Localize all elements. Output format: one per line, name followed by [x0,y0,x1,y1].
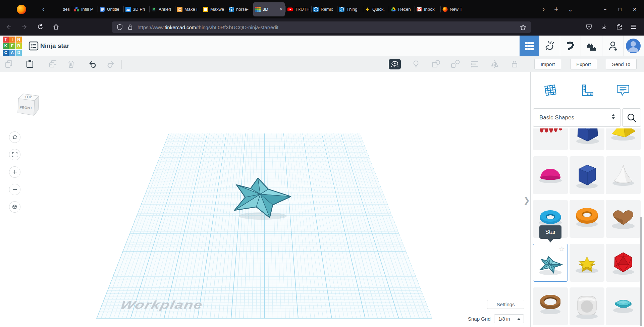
pocket-icon[interactable] [584,22,594,32]
threed-blue-favicon-icon: 3D [125,7,131,12]
perspective-toggle-button[interactable] [9,201,20,213]
browser-tab[interactable]: TThing [337,2,363,16]
forward-button[interactable] [20,22,30,32]
group-icon[interactable] [431,59,441,69]
send-to-button[interactable]: Send To [606,59,637,69]
new-tab-button[interactable]: + [549,5,563,14]
shape-tile-ring[interactable] [533,287,568,325]
favorite-star-icon[interactable]: ☆ [559,245,565,253]
browser-tab[interactable]: MAnkerl [149,2,175,16]
show-all-button[interactable] [388,59,401,71]
fit-view-button[interactable] [9,149,20,160]
bricks-button[interactable] [581,36,602,56]
sim-lab-button[interactable] [540,36,560,56]
shape-tile-roof[interactable] [606,128,641,150]
light-mode-icon[interactable] [411,59,421,69]
workplane-label: Workplane [118,298,204,312]
notes-tool-icon[interactable] [615,82,632,99]
firefox-logo-icon[interactable] [17,5,26,14]
shape-tile-star[interactable]: ☆ [533,244,568,282]
scroll-tabs-left-button[interactable]: ‹ [38,6,49,13]
blocks-button[interactable] [560,36,581,56]
browser-tab[interactable]: 3D✕ [253,2,285,16]
shape-tile-polygon[interactable] [570,156,604,194]
browser-tab[interactable]: Quick, [363,2,389,16]
delete-icon[interactable] [66,59,76,69]
browser-tab[interactable]: des [53,2,72,16]
browser-tab[interactable]: Inbox [415,2,440,16]
panel-collapse-arrow[interactable]: ❯ [523,196,530,205]
redo-icon[interactable] [106,59,115,69]
view-cube[interactable]: TOP FRONT [14,88,42,118]
reload-button[interactable] [36,22,45,32]
panel-scrollbar[interactable] [640,217,642,326]
paste-icon[interactable] [25,59,35,69]
home-view-button[interactable] [9,131,20,143]
workplane-tool-icon[interactable] [542,82,559,99]
browser-tab[interactable]: Infill P [72,2,98,16]
svg-text:3D: 3D [126,8,130,11]
zoom-out-button[interactable] [9,184,20,195]
avatar[interactable] [625,36,642,56]
zoom-in-button[interactable] [9,166,20,178]
tracking-shield-icon[interactable] [117,24,123,30]
shape-tile-star-extruded[interactable] [570,244,604,282]
browser-tab[interactable]: Thorse- [227,2,253,16]
window-maximize-button[interactable]: □ [612,6,627,12]
browser-tab[interactable]: Make i [175,2,201,16]
window-minimize-button[interactable]: − [598,6,612,12]
home-button[interactable] [51,22,61,32]
window-close-button[interactable]: ✕ [627,6,642,12]
import-button[interactable]: Import [534,59,561,69]
tinkercad-logo[interactable]: TINKERCAD [3,37,22,56]
back-button[interactable] [4,22,13,32]
shape-category-select[interactable]: Basic Shapes [533,108,621,127]
view-3d-button[interactable] [520,36,539,56]
shape-tile-scribble[interactable] [533,128,568,150]
mirror-icon[interactable] [490,59,499,69]
browser-tab[interactable]: New T [440,2,466,16]
browser-tab[interactable]: TRUTH [285,2,311,16]
lock-icon[interactable] [127,24,133,30]
duplicate-icon[interactable] [48,59,58,69]
shape-tile-box[interactable] [570,128,604,150]
browser-tab[interactable]: Recen [389,2,415,16]
design-title[interactable]: Ninja star [40,36,69,56]
url-bar[interactable]: https://www.tinkercad.com/things/hL0RfXb… [112,21,531,33]
collaborate-button[interactable] [603,36,623,56]
bookmark-star-icon[interactable] [520,24,526,31]
shape-tile-icosahedron[interactable] [606,244,641,282]
shape-tile-tube[interactable] [570,200,604,238]
extensions-icon[interactable] [614,22,624,32]
shape-tile-dice[interactable] [570,287,604,325]
ruler-tool-icon[interactable] [578,82,595,99]
shapes-grid: ☆Star [531,128,644,327]
workplane-grid[interactable]: Workplane [96,135,432,319]
search-shapes-button[interactable] [622,108,641,127]
ungroup-icon[interactable] [451,59,460,69]
scroll-tabs-right-button[interactable]: › [538,6,549,13]
tab-title: Infill P [81,7,93,12]
downloads-icon[interactable] [599,22,609,32]
browser-tab[interactable]: 3D3D Pri [123,2,149,16]
tab-close-icon[interactable]: ✕ [278,7,283,12]
align-icon[interactable] [470,59,480,69]
shape-tile-gem[interactable] [606,287,641,325]
copy-icon[interactable] [4,59,14,69]
shape-tile-heart[interactable] [606,200,641,238]
export-button[interactable]: Export [570,59,597,69]
browser-tab[interactable]: TRemix [311,2,337,16]
browser-tab[interactable]: Maxwe [201,2,227,16]
grid-settings-button[interactable]: Settings [487,300,524,309]
lock-edit-icon[interactable] [510,59,519,69]
undo-icon[interactable] [88,59,97,69]
snap-grid-select[interactable]: 1/8 in [494,314,524,323]
design-menu-icon[interactable] [28,36,40,56]
list-all-tabs-button[interactable]: ⌄ [563,6,578,13]
menu-icon[interactable] [629,22,638,32]
logo-tile: R [16,43,22,49]
star-object[interactable] [230,173,295,221]
shape-tile-half-sphere[interactable] [533,156,568,194]
browser-tab[interactable]: Untitle [98,2,123,16]
shape-tile-cone[interactable] [606,156,641,194]
